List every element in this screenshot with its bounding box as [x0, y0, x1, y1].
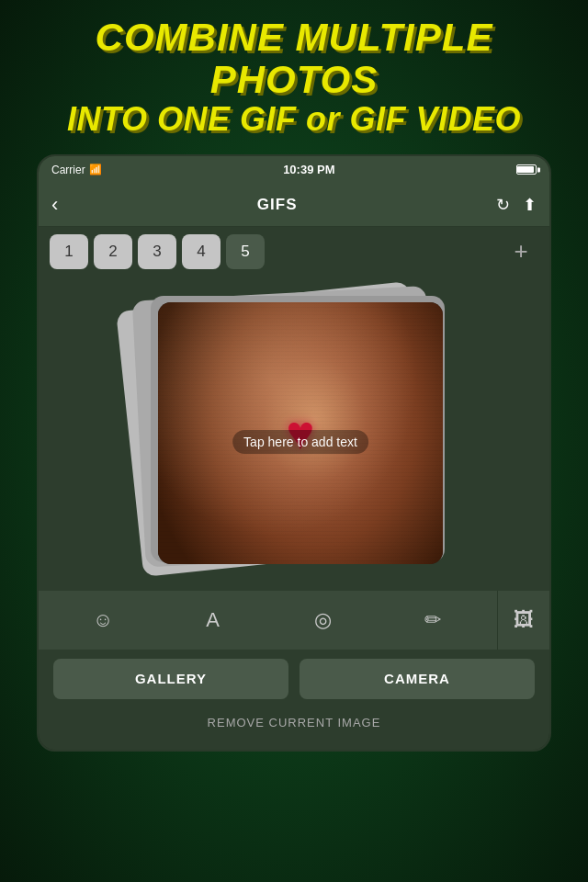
banner-line1: COMBINE MULTIPLE PHOTOS: [18, 17, 570, 101]
share-button[interactable]: ⬆: [523, 195, 537, 215]
tabs-row: 1 2 3 4 5 +: [39, 227, 549, 277]
banner: COMBINE MULTIPLE PHOTOS INTO ONE GIF or …: [0, 0, 588, 147]
photo-content: ♥ Tap here to add text: [158, 302, 443, 564]
tab-2[interactable]: 2: [94, 234, 132, 269]
photo-stack: ♥ Tap here to add text: [138, 291, 450, 576]
phone-frame: Carrier 📶 10:39 PM ‹ GIFS ↻ ⬆ 1 2 3 4: [37, 154, 551, 752]
select-button[interactable]: ◎: [304, 602, 341, 639]
banner-line2: INTO ONE GIF or GIF VIDEO: [18, 101, 570, 138]
canvas-area[interactable]: ♥ Tap here to add text: [39, 277, 549, 591]
gallery-button[interactable]: GALLERY: [53, 659, 288, 699]
tap-text-overlay[interactable]: Tap here to add text: [232, 430, 368, 454]
status-right: [516, 164, 537, 175]
gallery-icon[interactable]: 🖼: [514, 608, 534, 632]
main-photo[interactable]: ♥ Tap here to add text: [158, 302, 443, 564]
tab-1[interactable]: 1: [50, 234, 88, 269]
action-buttons: GALLERY CAMERA: [39, 650, 549, 708]
tab-5[interactable]: 5: [226, 234, 265, 269]
brush-button[interactable]: ✏: [414, 602, 451, 639]
back-button[interactable]: ‹: [51, 193, 58, 217]
toolbar-main: ☺ A ◎ ✏: [39, 591, 498, 650]
camera-button[interactable]: CAMERA: [300, 659, 535, 699]
nav-actions: ↻ ⬆: [496, 195, 537, 215]
status-time: 10:39 PM: [283, 163, 334, 176]
remove-image-button[interactable]: REMOVE CURRENT IMAGE: [39, 708, 549, 737]
refresh-button[interactable]: ↻: [496, 195, 510, 215]
tab-4[interactable]: 4: [182, 234, 220, 269]
nav-title: GIFS: [257, 196, 298, 214]
toolbar: ☺ A ◎ ✏ 🖼: [39, 591, 549, 650]
add-tab-button[interactable]: +: [503, 234, 538, 269]
toolbar-extra: 🖼: [498, 597, 549, 643]
wifi-icon: 📶: [89, 164, 102, 175]
tab-3[interactable]: 3: [138, 234, 176, 269]
status-bar: Carrier 📶 10:39 PM: [39, 156, 549, 184]
nav-bar: ‹ GIFS ↻ ⬆: [39, 184, 549, 227]
battery-icon: [516, 164, 537, 175]
carrier-text: Carrier 📶: [51, 164, 102, 176]
emoji-button[interactable]: ☺: [85, 602, 121, 639]
text-button[interactable]: A: [195, 602, 232, 639]
phone-bottom: [39, 737, 549, 750]
